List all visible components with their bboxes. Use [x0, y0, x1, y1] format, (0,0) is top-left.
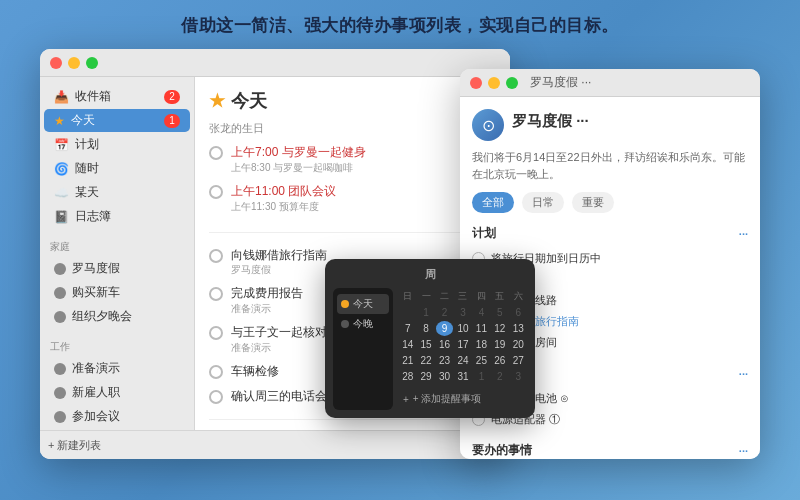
tonight-dot [341, 320, 349, 328]
sidebar-item-demo[interactable]: 准备演示 [44, 357, 190, 380]
task-checkbox-data[interactable] [209, 326, 223, 340]
task-checkbox-car[interactable] [209, 365, 223, 379]
plan-header-text: 计划 [472, 225, 496, 242]
detail-description: 我们将于6月14日至22日外出，拜访绍诶和乐尚东。可能在北京玩一晚上。 [472, 149, 748, 182]
cal-day-30[interactable]: 30 [436, 369, 453, 384]
sidebar-item-plan[interactable]: 📅 计划 [44, 133, 190, 156]
close-button[interactable] [50, 57, 62, 69]
hire-label: 新雇人职 [72, 384, 120, 401]
demo-dot [54, 363, 66, 375]
tab-all[interactable]: 全部 [472, 192, 514, 213]
buy-more-button[interactable]: ··· [739, 368, 748, 380]
sidebar-item-journal[interactable]: 📓 日志簿 [44, 205, 190, 228]
cal-day-1[interactable]: 1 [417, 305, 434, 320]
cal-day-20[interactable]: 20 [510, 337, 527, 352]
random-label: 随时 [75, 160, 99, 177]
cal-day-18[interactable]: 18 [473, 337, 490, 352]
cal-day-8[interactable]: 8 [417, 321, 434, 336]
cal-day-19[interactable]: 19 [491, 337, 508, 352]
task-checkbox-call[interactable] [209, 390, 223, 404]
cal-day-10[interactable]: 10 [454, 321, 471, 336]
detail-minimize-button[interactable] [488, 77, 500, 89]
tab-important[interactable]: 重要 [572, 192, 614, 213]
sidebar-item-today[interactable]: ★ 今天 1 [44, 109, 190, 132]
buy-car-label: 购买新车 [72, 284, 120, 301]
cal-day-28[interactable]: 28 [399, 369, 416, 384]
task-item-gym: 上午7:00 与罗曼一起健身 上午8:30 与罗曼一起喝咖啡 [209, 140, 496, 179]
sidebar-item-buy-car[interactable]: 购买新车 [44, 281, 190, 304]
today-label: 今天 [71, 112, 95, 129]
sidebar-item-hire[interactable]: 新雇人职 [44, 381, 190, 404]
sidebar-item-party[interactable]: 组织夕晚会 [44, 305, 190, 328]
add-reminder-label: + 添加提醒事项 [413, 392, 482, 406]
task-checkbox-expense[interactable] [209, 287, 223, 301]
cal-day-2[interactable]: 2 [491, 369, 508, 384]
cal-day-31[interactable]: 31 [454, 369, 471, 384]
detail-maximize-button[interactable] [506, 77, 518, 89]
task-content-gym: 上午7:00 与罗曼一起健身 上午8:30 与罗曼一起喝咖啡 [231, 144, 366, 175]
maximize-button[interactable] [86, 57, 98, 69]
cal-day-4[interactable]: 4 [473, 305, 490, 320]
sidebar-item-meeting[interactable]: 参加会议 [44, 405, 190, 428]
task-sub-meeting: 上午11:30 预算年度 [231, 200, 336, 214]
cal-day-2[interactable]: 2 [436, 305, 453, 320]
detail-close-button[interactable] [470, 77, 482, 89]
hire-dot [54, 387, 66, 399]
inbox-label: 收件箱 [75, 88, 111, 105]
work-section-label: 工作 [40, 336, 194, 356]
calendar-days-grid: 1234567891011121314151617181920212223242… [399, 305, 527, 384]
cal-header-thu: 四 [473, 288, 490, 305]
cal-day-7[interactable]: 7 [399, 321, 416, 336]
cal-day-3[interactable]: 3 [510, 369, 527, 384]
add-list-button[interactable]: + 新建列表 [48, 438, 101, 453]
cal-day-11[interactable]: 11 [473, 321, 490, 336]
sidebar-item-inbox[interactable]: 📥 收件箱 2 [44, 85, 190, 108]
cal-day-24[interactable]: 24 [454, 353, 471, 368]
birthday-group-header: 张龙的生日 [209, 121, 496, 136]
cal-day-22[interactable]: 22 [417, 353, 434, 368]
task-checkbox-gym[interactable] [209, 146, 223, 160]
cal-day-21[interactable]: 21 [399, 353, 416, 368]
cal-day-25[interactable]: 25 [473, 353, 490, 368]
cal-sidebar-today[interactable]: 今天 [337, 294, 389, 314]
cal-day-17[interactable]: 17 [454, 337, 471, 352]
cal-day-5[interactable]: 5 [491, 305, 508, 320]
birthday-group: 张龙的生日 上午7:00 与罗曼一起健身 上午8:30 与罗曼一起喝咖啡 上午1… [209, 121, 496, 218]
cal-day-27[interactable]: 27 [510, 353, 527, 368]
cal-day-13[interactable]: 13 [510, 321, 527, 336]
minimize-button[interactable] [68, 57, 80, 69]
cal-day-26[interactable]: 26 [491, 353, 508, 368]
sidebar-inbox-section: 📥 收件箱 2 ★ 今天 1 📅 计划 🌀 随 [40, 85, 194, 228]
cal-tonight-label: 今晚 [353, 317, 373, 331]
cal-day-3[interactable]: 3 [454, 305, 471, 320]
sidebar-item-rome-trip[interactable]: 罗马度假 [44, 257, 190, 280]
sidebar-item-someday[interactable]: ☁️ 某天 [44, 181, 190, 204]
cal-day-23[interactable]: 23 [436, 353, 453, 368]
rome-trip-dot [54, 263, 66, 275]
plan-more-button[interactable]: ··· [739, 228, 748, 240]
app-windows: 📥 收件箱 2 ★ 今天 1 📅 计划 🌀 随 [40, 49, 760, 464]
sidebar-item-random[interactable]: 🌀 随时 [44, 157, 190, 180]
cal-day-12[interactable]: 12 [491, 321, 508, 336]
cal-day-1[interactable]: 1 [473, 369, 490, 384]
birthday-header-text: 张龙的生日 [209, 122, 264, 134]
calendar-add-reminder-button[interactable]: + + 添加提醒事项 [399, 388, 527, 410]
today-title-text: 今天 [231, 89, 267, 113]
detail-window-title: 罗马度假 ··· [530, 74, 591, 91]
tab-daily[interactable]: 日常 [522, 192, 564, 213]
party-dot [54, 311, 66, 323]
cal-day-14[interactable]: 14 [399, 337, 416, 352]
cal-day-16[interactable]: 16 [436, 337, 453, 352]
cal-day-15[interactable]: 15 [417, 337, 434, 352]
cal-day-6[interactable]: 6 [510, 305, 527, 320]
detail-tabs: 全部 日常 重要 [472, 192, 748, 213]
cal-day-9[interactable]: 9 [436, 321, 453, 336]
task-checkbox-guide[interactable] [209, 249, 223, 263]
cal-day-29[interactable]: 29 [417, 369, 434, 384]
task-checkbox-meeting[interactable] [209, 185, 223, 199]
cal-day-[interactable] [399, 305, 416, 320]
todo-more-button[interactable]: ··· [739, 445, 748, 457]
cal-header-sat: 六 [510, 288, 527, 305]
todo-header-text: 要办的事情 [472, 442, 532, 459]
cal-sidebar-tonight[interactable]: 今晚 [337, 314, 389, 334]
